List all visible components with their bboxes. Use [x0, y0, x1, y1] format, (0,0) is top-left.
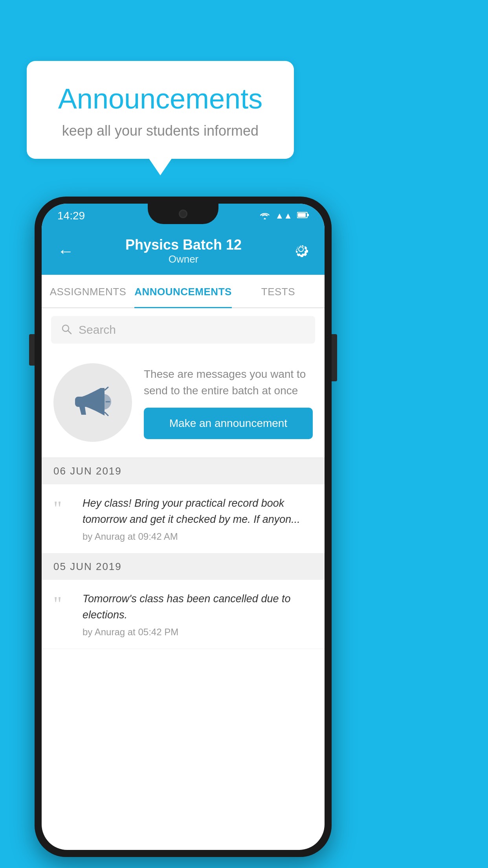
search-container: Search	[42, 308, 325, 351]
promo-description: These are messages you want to send to t…	[144, 366, 313, 399]
phone-wrapper: 14:29 ▲▲	[35, 197, 332, 857]
date-separator-1: 06 JUN 2019	[42, 458, 325, 484]
svg-rect-1	[307, 214, 309, 216]
bubble-subtitle: keep all your students informed	[50, 123, 270, 139]
signal-icon: ▲▲	[275, 211, 292, 221]
app-header: ← Physics Batch 12 Owner	[42, 228, 325, 275]
search-input-wrapper[interactable]: Search	[51, 316, 315, 344]
phone-notch	[148, 204, 218, 224]
megaphone-icon	[71, 380, 114, 425]
header-title-area: Physics Batch 12 Owner	[125, 237, 242, 265]
promo-area: These are messages you want to send to t…	[42, 351, 325, 458]
tabs-bar: ASSIGNMENTS ANNOUNCEMENTS TESTS	[42, 275, 325, 308]
promo-right: These are messages you want to send to t…	[144, 366, 313, 439]
make-announcement-button[interactable]: Make an announcement	[144, 408, 313, 439]
date-separator-2: 05 JUN 2019	[42, 554, 325, 580]
announcement-item-1[interactable]: " Hey class! Bring your practical record…	[42, 484, 325, 554]
speech-bubble: Announcements keep all your students inf…	[27, 61, 294, 159]
settings-icon[interactable]	[293, 241, 309, 261]
batch-title: Physics Batch 12	[125, 237, 242, 253]
announcement-meta-2: by Anurag at 05:42 PM	[83, 627, 313, 638]
search-placeholder: Search	[79, 323, 116, 337]
back-button[interactable]: ←	[57, 242, 74, 261]
camera-notch	[179, 210, 187, 218]
tab-announcements[interactable]: ANNOUNCEMENTS	[134, 275, 232, 307]
battery-icon	[297, 211, 309, 220]
announcement-text-2: Tomorrow's class has been cancelled due …	[83, 591, 313, 623]
phone-screen: 14:29 ▲▲	[42, 204, 325, 850]
announcement-content-1: Hey class! Bring your practical record b…	[83, 495, 313, 542]
announcement-text-1: Hey class! Bring your practical record b…	[83, 495, 313, 527]
bubble-title: Announcements	[50, 83, 270, 115]
announcement-item-2[interactable]: " Tomorrow's class has been cancelled du…	[42, 580, 325, 649]
svg-line-7	[105, 412, 108, 416]
announcement-meta-1: by Anurag at 09:42 AM	[83, 531, 313, 542]
svg-line-4	[68, 331, 71, 334]
tab-assignments[interactable]: ASSIGNMENTS	[42, 275, 134, 307]
announcement-content-2: Tomorrow's class has been cancelled due …	[83, 591, 313, 638]
svg-line-5	[105, 387, 108, 390]
status-icons: ▲▲	[259, 211, 309, 221]
tab-tests[interactable]: TESTS	[232, 275, 325, 307]
wifi-icon	[259, 211, 270, 221]
search-icon	[61, 323, 72, 337]
speech-bubble-container: Announcements keep all your students inf…	[27, 61, 294, 159]
quote-icon-2: "	[53, 594, 73, 614]
phone-outer: 14:29 ▲▲	[35, 197, 332, 857]
status-time: 14:29	[57, 210, 85, 222]
svg-rect-2	[298, 213, 306, 217]
batch-role: Owner	[125, 253, 242, 265]
quote-icon-1: "	[53, 498, 73, 519]
promo-icon-circle	[53, 363, 132, 442]
